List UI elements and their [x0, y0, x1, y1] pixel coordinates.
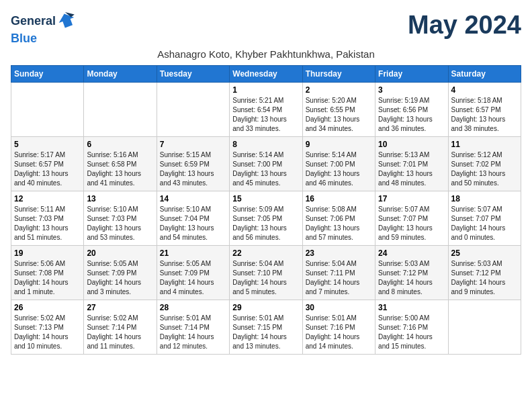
calendar-cell: 18Sunrise: 5:07 AMSunset: 7:07 PMDayligh…: [448, 191, 521, 245]
day-info: Sunrise: 5:18 AMSunset: 6:57 PMDaylight:…: [451, 96, 518, 134]
logo-bird-icon: [57, 11, 76, 30]
day-info: Sunrise: 5:05 AMSunset: 7:09 PMDaylight:…: [160, 259, 226, 297]
calendar-cell: [448, 300, 521, 354]
calendar-cell: 17Sunrise: 5:07 AMSunset: 7:07 PMDayligh…: [375, 191, 448, 245]
day-number: 15: [232, 194, 299, 203]
col-header-wednesday: Wednesday: [230, 65, 302, 82]
calendar-cell: 8Sunrise: 5:14 AMSunset: 7:00 PMDaylight…: [230, 136, 302, 191]
day-info: Sunrise: 5:14 AMSunset: 7:00 PMDaylight:…: [232, 150, 299, 188]
day-info: Sunrise: 5:06 AMSunset: 7:08 PMDaylight:…: [14, 259, 81, 297]
col-header-saturday: Saturday: [448, 65, 521, 82]
day-info: Sunrise: 5:05 AMSunset: 7:09 PMDaylight:…: [87, 259, 153, 297]
day-info: Sunrise: 5:08 AMSunset: 7:06 PMDaylight:…: [306, 205, 372, 242]
day-number: 20: [87, 248, 153, 258]
day-number: 25: [451, 248, 518, 258]
day-info: Sunrise: 5:16 AMSunset: 6:58 PMDaylight:…: [87, 150, 153, 188]
day-number: 14: [160, 194, 226, 203]
day-number: 7: [160, 140, 226, 149]
calendar-cell: 1Sunrise: 5:21 AMSunset: 6:54 PMDaylight…: [230, 82, 302, 136]
calendar-cell: 7Sunrise: 5:15 AMSunset: 6:59 PMDaylight…: [157, 136, 229, 191]
calendar-cell: 19Sunrise: 5:06 AMSunset: 7:08 PMDayligh…: [11, 245, 84, 300]
day-info: Sunrise: 5:04 AMSunset: 7:11 PMDaylight:…: [306, 259, 372, 297]
calendar-cell: 10Sunrise: 5:13 AMSunset: 7:01 PMDayligh…: [375, 136, 448, 191]
day-info: Sunrise: 5:01 AMSunset: 7:14 PMDaylight:…: [160, 314, 226, 351]
day-number: 23: [306, 248, 372, 258]
day-number: 8: [232, 140, 299, 149]
day-number: 2: [306, 85, 372, 95]
day-number: 17: [378, 194, 445, 203]
calendar-cell: 6Sunrise: 5:16 AMSunset: 6:58 PMDaylight…: [84, 136, 157, 191]
page-header: General Blue May 2024: [11, 11, 521, 46]
calendar-cell: [157, 82, 229, 136]
day-number: 22: [232, 248, 299, 258]
logo-blue: Blue: [11, 32, 37, 45]
day-info: Sunrise: 5:01 AMSunset: 7:15 PMDaylight:…: [232, 314, 299, 351]
calendar-cell: [11, 82, 84, 136]
calendar-cell: [84, 82, 157, 136]
day-info: Sunrise: 5:21 AMSunset: 6:54 PMDaylight:…: [232, 96, 299, 134]
day-info: Sunrise: 5:10 AMSunset: 7:03 PMDaylight:…: [87, 205, 153, 242]
month-title: May 2024: [408, 11, 521, 40]
day-number: 26: [14, 303, 81, 312]
calendar-cell: 20Sunrise: 5:05 AMSunset: 7:09 PMDayligh…: [84, 245, 157, 300]
day-number: 24: [378, 248, 445, 258]
day-info: Sunrise: 5:02 AMSunset: 7:13 PMDaylight:…: [14, 314, 81, 351]
calendar-cell: 4Sunrise: 5:18 AMSunset: 6:57 PMDaylight…: [448, 82, 521, 136]
day-info: Sunrise: 5:03 AMSunset: 7:12 PMDaylight:…: [378, 259, 445, 297]
svg-marker-0: [57, 11, 76, 29]
col-header-monday: Monday: [84, 65, 157, 82]
calendar-cell: 16Sunrise: 5:08 AMSunset: 7:06 PMDayligh…: [302, 191, 375, 245]
day-info: Sunrise: 5:04 AMSunset: 7:10 PMDaylight:…: [232, 259, 299, 297]
logo: General Blue: [11, 11, 76, 46]
col-header-tuesday: Tuesday: [157, 65, 229, 82]
calendar-cell: 25Sunrise: 5:03 AMSunset: 7:12 PMDayligh…: [448, 245, 521, 300]
day-info: Sunrise: 5:17 AMSunset: 6:57 PMDaylight:…: [14, 150, 81, 188]
day-info: Sunrise: 5:14 AMSunset: 7:00 PMDaylight:…: [306, 150, 372, 188]
calendar-cell: 15Sunrise: 5:09 AMSunset: 7:05 PMDayligh…: [230, 191, 302, 245]
day-info: Sunrise: 5:03 AMSunset: 7:12 PMDaylight:…: [451, 259, 518, 297]
day-number: 12: [14, 194, 81, 203]
day-number: 16: [306, 194, 372, 203]
day-info: Sunrise: 5:09 AMSunset: 7:05 PMDaylight:…: [232, 205, 299, 242]
day-info: Sunrise: 5:20 AMSunset: 6:55 PMDaylight:…: [306, 96, 372, 134]
calendar-cell: 13Sunrise: 5:10 AMSunset: 7:03 PMDayligh…: [84, 191, 157, 245]
calendar-cell: 12Sunrise: 5:11 AMSunset: 7:03 PMDayligh…: [11, 191, 84, 245]
calendar-cell: 28Sunrise: 5:01 AMSunset: 7:14 PMDayligh…: [157, 300, 229, 354]
day-info: Sunrise: 5:00 AMSunset: 7:16 PMDaylight:…: [378, 314, 445, 351]
day-number: 30: [306, 303, 372, 312]
calendar-cell: 24Sunrise: 5:03 AMSunset: 7:12 PMDayligh…: [375, 245, 448, 300]
day-number: 18: [451, 194, 518, 203]
col-header-sunday: Sunday: [11, 65, 84, 82]
calendar-cell: 21Sunrise: 5:05 AMSunset: 7:09 PMDayligh…: [157, 245, 229, 300]
day-number: 19: [14, 248, 81, 258]
calendar-cell: 9Sunrise: 5:14 AMSunset: 7:00 PMDaylight…: [302, 136, 375, 191]
calendar-table: SundayMondayTuesdayWednesdayThursdayFrid…: [11, 65, 521, 355]
day-number: 1: [232, 85, 299, 95]
calendar-cell: 3Sunrise: 5:19 AMSunset: 6:56 PMDaylight…: [375, 82, 448, 136]
calendar-cell: 11Sunrise: 5:12 AMSunset: 7:02 PMDayligh…: [448, 136, 521, 191]
day-number: 3: [378, 85, 445, 95]
calendar-cell: 31Sunrise: 5:00 AMSunset: 7:16 PMDayligh…: [375, 300, 448, 354]
day-info: Sunrise: 5:13 AMSunset: 7:01 PMDaylight:…: [378, 150, 445, 188]
col-header-thursday: Thursday: [302, 65, 375, 82]
day-number: 21: [160, 248, 226, 258]
day-info: Sunrise: 5:07 AMSunset: 7:07 PMDaylight:…: [378, 205, 445, 242]
calendar-cell: 26Sunrise: 5:02 AMSunset: 7:13 PMDayligh…: [11, 300, 84, 354]
day-number: 6: [87, 140, 153, 149]
day-info: Sunrise: 5:11 AMSunset: 7:03 PMDaylight:…: [14, 205, 81, 242]
day-number: 31: [378, 303, 445, 312]
day-info: Sunrise: 5:01 AMSunset: 7:16 PMDaylight:…: [306, 314, 372, 351]
logo-general: General: [11, 15, 56, 28]
day-info: Sunrise: 5:10 AMSunset: 7:04 PMDaylight:…: [160, 205, 226, 242]
calendar-cell: 2Sunrise: 5:20 AMSunset: 6:55 PMDaylight…: [302, 82, 375, 136]
day-info: Sunrise: 5:19 AMSunset: 6:56 PMDaylight:…: [378, 96, 445, 134]
calendar-cell: 27Sunrise: 5:02 AMSunset: 7:14 PMDayligh…: [84, 300, 157, 354]
day-number: 28: [160, 303, 226, 312]
day-number: 13: [87, 194, 153, 203]
location-title: Ashanagro Koto, Khyber Pakhtunkhwa, Paki…: [11, 48, 521, 60]
day-number: 27: [87, 303, 153, 312]
day-info: Sunrise: 5:15 AMSunset: 6:59 PMDaylight:…: [160, 150, 226, 188]
day-number: 29: [232, 303, 299, 312]
day-info: Sunrise: 5:12 AMSunset: 7:02 PMDaylight:…: [451, 150, 518, 188]
calendar-cell: 23Sunrise: 5:04 AMSunset: 7:11 PMDayligh…: [302, 245, 375, 300]
